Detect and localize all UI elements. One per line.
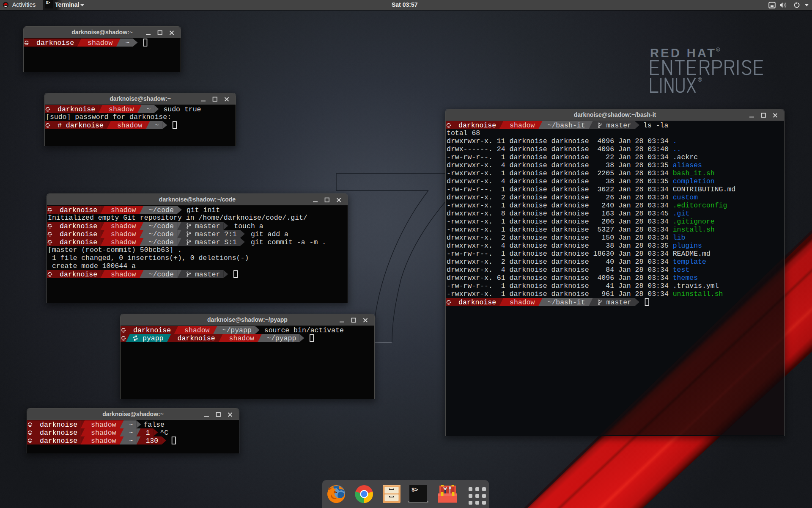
svg-text:~: ~ <box>126 39 130 47</box>
svg-text:git add a: git add a <box>251 230 288 238</box>
svg-text:false: false <box>143 421 165 428</box>
svg-text:darknoise: darknoise <box>40 437 77 444</box>
svg-text:shadow: shadow <box>229 334 255 342</box>
svg-text:~: ~ <box>129 437 133 444</box>
svg-text:darknoise: darknoise <box>58 105 95 113</box>
svg-text:shadow: shadow <box>117 121 143 129</box>
svg-text:pyapp: pyapp <box>143 334 164 342</box>
svg-text:shadow: shadow <box>184 326 210 334</box>
svg-text:R: R <box>699 77 701 82</box>
svg-text:darknoise: darknoise <box>40 421 77 428</box>
svg-text:~/code: ~/code <box>149 230 174 238</box>
svg-text:darknoise: darknoise <box>458 121 496 129</box>
svg-text:shadow: shadow <box>91 421 116 428</box>
svg-text:darknoise: darknoise <box>458 298 496 306</box>
svg-text:master: master <box>606 298 631 306</box>
svg-text:darknoise: darknoise <box>133 326 171 334</box>
svg-text:shadow: shadow <box>91 437 116 444</box>
svg-text:sudo true: sudo true <box>163 105 201 113</box>
svg-text:shadow: shadow <box>510 298 535 306</box>
svg-text:~/code: ~/code <box>149 271 174 278</box>
svg-text:master S:1: master S:1 <box>195 238 237 246</box>
svg-text:~/pyapp: ~/pyapp <box>222 326 252 334</box>
svg-text:shadow: shadow <box>109 105 134 113</box>
svg-text:~/code: ~/code <box>149 206 174 214</box>
svg-text:# darknoise: # darknoise <box>58 121 104 129</box>
svg-text:1: 1 <box>145 429 150 436</box>
svg-text:source bin/activate: source bin/activate <box>264 326 344 334</box>
svg-text:darknoise: darknoise <box>60 222 97 230</box>
svg-text:~/bash-it: ~/bash-it <box>548 298 585 306</box>
svg-text:R: R <box>717 48 719 52</box>
svg-text:master ?:1: master ?:1 <box>195 230 237 238</box>
svg-text:git init: git init <box>187 206 220 214</box>
svg-text:shadow: shadow <box>88 39 113 47</box>
svg-text:ls -la: ls -la <box>643 121 669 129</box>
svg-text:~: ~ <box>129 429 133 436</box>
svg-text:RED HAT: RED HAT <box>650 46 715 60</box>
svg-text:shadow: shadow <box>510 121 535 129</box>
svg-text:darknoise: darknoise <box>60 238 97 246</box>
svg-text:$>: $> <box>411 487 418 493</box>
svg-text:darknoise: darknoise <box>36 39 74 47</box>
svg-text:130: 130 <box>145 437 158 444</box>
svg-text:~: ~ <box>155 121 159 129</box>
svg-text:git commit -a -m .: git commit -a -m . <box>251 238 326 246</box>
svg-text:darknoise: darknoise <box>60 206 97 214</box>
svg-text:~/bash-it: ~/bash-it <box>548 121 585 129</box>
svg-text:~: ~ <box>147 105 151 113</box>
svg-text:master: master <box>195 271 220 278</box>
svg-text:shadow: shadow <box>111 230 136 238</box>
svg-text:~: ~ <box>129 421 133 428</box>
svg-text:touch a: touch a <box>234 222 263 230</box>
svg-text:darknoise: darknoise <box>40 429 77 436</box>
svg-text:~/pyapp: ~/pyapp <box>267 334 296 342</box>
svg-text:$>: $> <box>46 1 50 5</box>
svg-text:darknoise: darknoise <box>60 271 97 278</box>
svg-text:shadow: shadow <box>111 206 136 214</box>
svg-text:darknoise: darknoise <box>178 334 215 342</box>
svg-text:~/code: ~/code <box>149 222 174 230</box>
svg-text:shadow: shadow <box>111 238 136 246</box>
svg-text:^C: ^C <box>160 429 168 436</box>
svg-text:master: master <box>195 222 220 230</box>
svg-text:shadow: shadow <box>111 222 136 230</box>
svg-text:~/code: ~/code <box>149 238 174 246</box>
svg-text:shadow: shadow <box>111 271 136 278</box>
svg-text:shadow: shadow <box>91 429 116 436</box>
svg-text:darknoise: darknoise <box>60 230 97 238</box>
svg-text:master: master <box>606 121 631 129</box>
